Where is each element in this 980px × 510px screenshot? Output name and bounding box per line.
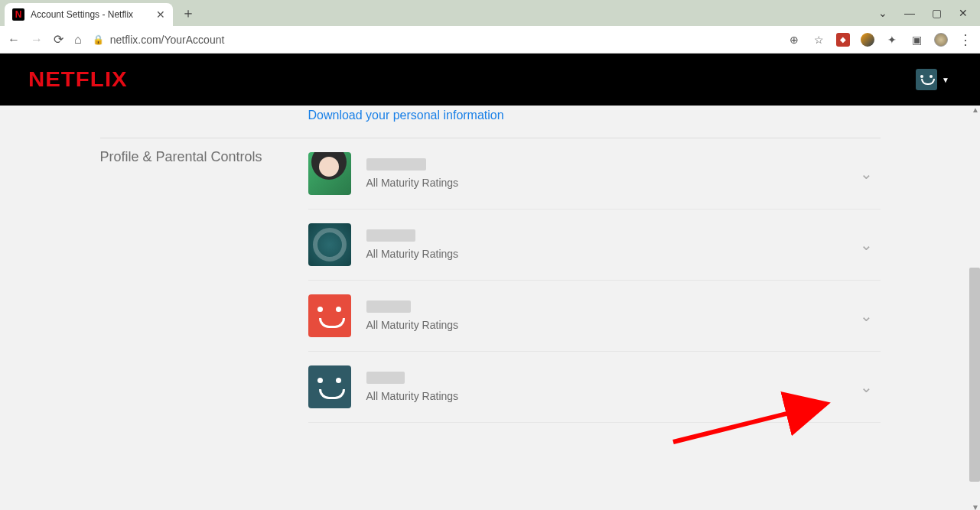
section-title: Profile & Parental Controls [100,149,308,423]
shield-icon[interactable]: ◆ [836,33,850,47]
netflix-logo[interactable]: NETFLIX [28,67,128,92]
profile-maturity: All Maturity Ratings [366,390,852,402]
chevron-down-icon[interactable]: ⌄ [852,307,881,325]
profile-name-redacted [366,158,426,171]
chevron-down-icon[interactable]: ⌄ [878,7,887,19]
netflix-header: NETFLIX ▼ [0,54,980,106]
profile-avatar [308,365,351,408]
address-bar[interactable]: 🔒 netflix.com/YourAccount [93,34,777,46]
profile-info: All Maturity Ratings [366,158,852,189]
window-close-button[interactable]: ✕ [959,7,968,19]
tab-favicon: N [12,8,24,21]
chevron-down-icon[interactable]: ⌄ [852,236,881,254]
browser-titlebar: N Account Settings - Netflix ✕ ＋ ⌄ — ▢ ✕ [0,0,980,26]
chrome-profile-avatar[interactable] [934,33,948,47]
scrollbar[interactable]: ▲ ▼ [969,107,980,510]
profile-info: All Maturity Ratings [366,300,852,331]
profile-row[interactable]: All Maturity Ratings⌄ [308,281,881,352]
profile-row[interactable]: All Maturity Ratings⌄ [308,149,881,210]
account-content: Download your personal information Profi… [93,109,888,423]
profile-avatar [308,223,351,266]
back-button[interactable]: ← [8,33,20,47]
profile-parental-section: Profile & Parental Controls All Maturity… [100,138,881,423]
scroll-down-icon[interactable]: ▼ [972,503,979,510]
profile-name-redacted [366,372,405,384]
profile-maturity: All Maturity Ratings [366,319,852,331]
profile-name-redacted [366,300,411,313]
chevron-down-icon[interactable]: ⌄ [852,164,881,183]
browser-tab[interactable]: N Account Settings - Netflix ✕ [5,3,173,26]
new-tab-button[interactable]: ＋ [177,2,199,24]
profile-avatar [308,294,351,337]
download-personal-info-link[interactable]: Download your personal information [308,109,881,122]
profiles-list: All Maturity Ratings⌄All Maturity Rating… [308,149,881,423]
scroll-up-icon[interactable]: ▲ [972,106,979,114]
chevron-down-icon[interactable]: ⌄ [852,378,881,396]
window-minimize-button[interactable]: — [904,7,915,19]
browser-toolbar: ← → ⟳ ⌂ 🔒 netflix.com/YourAccount ⊕ ☆ ◆ … [0,26,980,54]
page-content: NETFLIX ▼ Download your personal informa… [0,54,980,510]
tab-close-button[interactable]: ✕ [156,8,165,21]
profile-row[interactable]: All Maturity Ratings⌄ [308,210,881,281]
url-text: netflix.com/YourAccount [110,34,225,46]
extension-round-icon[interactable] [861,33,874,47]
panel-icon[interactable]: ▣ [910,33,923,47]
profile-row[interactable]: All Maturity Ratings⌄ [308,352,881,423]
profile-avatar [308,152,351,195]
profile-info: All Maturity Ratings [366,229,852,260]
bookmark-star-icon[interactable]: ☆ [812,33,825,47]
window-controls: ⌄ — ▢ ✕ [878,7,975,19]
extensions-area: ⊕ ☆ ◆ ✦ ▣ ⋮ [787,31,972,48]
profile-menu[interactable]: ▼ [916,69,949,90]
scrollbar-thumb[interactable] [969,268,980,482]
profile-maturity: All Maturity Ratings [366,248,852,260]
profile-info: All Maturity Ratings [366,372,852,402]
profile-name-redacted [366,229,415,242]
translate-icon[interactable]: ⊕ [787,33,801,47]
chrome-menu-button[interactable]: ⋮ [959,31,972,48]
tab-title: Account Settings - Netflix [31,9,150,20]
profile-avatar-icon [916,69,937,90]
extensions-puzzle-icon[interactable]: ✦ [885,33,899,47]
reload-button[interactable]: ⟳ [54,32,63,47]
home-button[interactable]: ⌂ [74,33,82,47]
window-maximize-button[interactable]: ▢ [932,7,942,19]
forward-button[interactable]: → [31,33,43,47]
lock-icon: 🔒 [93,34,104,45]
caret-down-icon: ▼ [942,76,949,84]
profile-maturity: All Maturity Ratings [366,177,852,189]
